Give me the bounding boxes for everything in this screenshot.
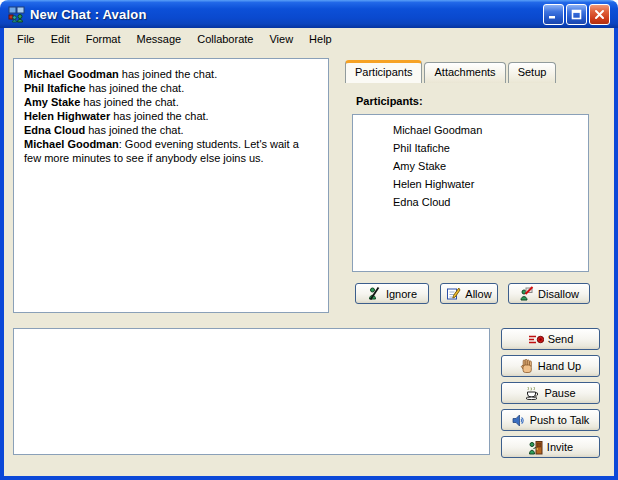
- menu-item-file[interactable]: File: [9, 30, 43, 48]
- chat-app-icon: [8, 6, 25, 23]
- maximize-icon: [571, 9, 582, 20]
- chat-message: Phil Itafiche has joined the chat.: [24, 81, 318, 95]
- maximize-button[interactable]: [566, 4, 587, 25]
- tab-participants[interactable]: Participants: [345, 60, 422, 83]
- menu-item-collaborate[interactable]: Collaborate: [189, 30, 261, 48]
- menu-item-format[interactable]: Format: [78, 30, 129, 48]
- pause-button[interactable]: Pause: [501, 382, 600, 404]
- ignore-button-label: Ignore: [386, 288, 417, 300]
- send-button-label: Send: [548, 333, 574, 345]
- participants-heading: Participants:: [356, 95, 423, 107]
- minimize-icon: [548, 9, 559, 20]
- send-icon: [528, 333, 544, 346]
- push-to-talk-button[interactable]: Push to Talk: [501, 409, 600, 431]
- allow-note-icon: [446, 286, 461, 301]
- hand-up-button-label: Hand Up: [538, 360, 581, 372]
- chat-message: Helen Highwater has joined the chat.: [24, 109, 318, 123]
- menu-item-help[interactable]: Help: [301, 30, 340, 48]
- window-title: New Chat : Avalon: [30, 7, 543, 22]
- disallow-person-icon: [519, 286, 534, 301]
- hand-icon: [520, 359, 534, 373]
- speaker-icon: [512, 414, 526, 427]
- participant-item[interactable]: Edna Cloud: [353, 193, 588, 211]
- disallow-button-label: Disallow: [538, 288, 579, 300]
- chat-message: Edna Cloud has joined the chat.: [24, 123, 318, 137]
- hand-up-button[interactable]: Hand Up: [501, 355, 600, 377]
- allow-button-label: Allow: [465, 288, 491, 300]
- menu-item-edit[interactable]: Edit: [43, 30, 78, 48]
- menu-bar: FileEditFormatMessageCollaborateViewHelp: [4, 28, 614, 49]
- push-to-talk-button-label: Push to Talk: [530, 414, 590, 426]
- coffee-cup-icon: [525, 386, 540, 400]
- participant-item[interactable]: Michael Goodman: [353, 121, 588, 139]
- invite-button[interactable]: Invite: [501, 436, 600, 458]
- minimize-button[interactable]: [543, 4, 564, 25]
- message-input[interactable]: [13, 328, 490, 455]
- window-controls: [543, 4, 610, 25]
- participant-item[interactable]: Amy Stake: [353, 157, 588, 175]
- pause-button-label: Pause: [544, 387, 575, 399]
- tabs-row: ParticipantsAttachmentsSetup: [345, 60, 556, 83]
- menu-item-message[interactable]: Message: [129, 30, 190, 48]
- chat-message: Michael Goodman: Good evening students. …: [24, 137, 318, 165]
- send-button[interactable]: Send: [501, 328, 600, 350]
- participant-item[interactable]: Helen Highwater: [353, 175, 588, 193]
- tab-attachments[interactable]: Attachments: [424, 62, 505, 83]
- window-body: FileEditFormatMessageCollaborateViewHelp…: [0, 28, 618, 480]
- chat-message: Amy Stake has joined the chat.: [24, 95, 318, 109]
- allow-button[interactable]: Allow: [440, 283, 498, 304]
- participant-item[interactable]: Phil Itafiche: [353, 139, 588, 157]
- invite-door-icon: [528, 440, 543, 455]
- chat-window: New Chat : Avalon FileEditFormatMessageC…: [0, 0, 618, 480]
- tab-setup[interactable]: Setup: [508, 62, 557, 83]
- ignore-button[interactable]: Ignore: [355, 283, 429, 304]
- close-button[interactable]: [589, 4, 610, 25]
- participants-list[interactable]: Michael GoodmanPhil ItaficheAmy StakeHel…: [352, 114, 589, 272]
- close-icon: [594, 9, 605, 20]
- chat-log[interactable]: Michael Goodman has joined the chat.Phil…: [13, 58, 329, 313]
- invite-button-label: Invite: [547, 441, 573, 453]
- menu-item-view[interactable]: View: [261, 30, 301, 48]
- chat-message: Michael Goodman has joined the chat.: [24, 67, 318, 81]
- ignore-person-icon: [367, 286, 382, 301]
- disallow-button[interactable]: Disallow: [508, 283, 590, 304]
- title-bar: New Chat : Avalon: [0, 0, 618, 28]
